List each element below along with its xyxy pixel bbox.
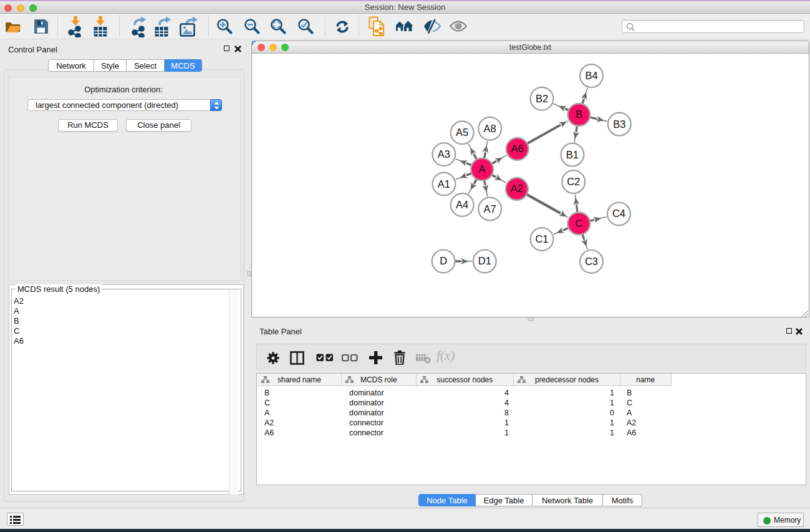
svg-text:D1: D1: [478, 255, 491, 266]
svg-text:A5: A5: [456, 127, 468, 138]
svg-text:A1: A1: [438, 178, 450, 190]
svg-text:B2: B2: [536, 93, 548, 104]
svg-text:A8: A8: [484, 123, 496, 134]
svg-text:C1: C1: [535, 233, 548, 244]
svg-text:C4: C4: [612, 208, 625, 219]
svg-text:C2: C2: [567, 176, 580, 187]
svg-text:A3: A3: [438, 148, 450, 160]
svg-text:B4: B4: [585, 70, 597, 81]
svg-text:A4: A4: [456, 199, 468, 210]
svg-text:A7: A7: [484, 203, 496, 215]
svg-text:A: A: [479, 163, 486, 175]
svg-text:B1: B1: [566, 149, 579, 160]
svg-text:C: C: [575, 218, 582, 229]
svg-text:C3: C3: [585, 256, 598, 267]
svg-text:B: B: [576, 109, 582, 120]
svg-text:B3: B3: [613, 118, 625, 130]
svg-text:A6: A6: [511, 143, 524, 154]
svg-text:A2: A2: [511, 183, 523, 194]
svg-text:D: D: [440, 255, 447, 266]
